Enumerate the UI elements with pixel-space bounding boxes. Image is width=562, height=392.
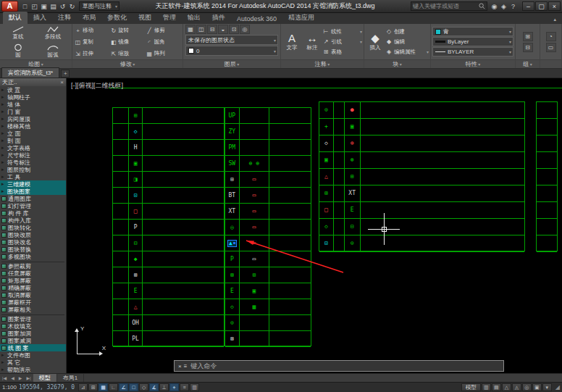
dynamic-ucs-toggle[interactable]: ⊥ [159,383,169,391]
palette-item[interactable]: 图块转化 [0,224,66,231]
layout-nav-icon[interactable]: |◀ [0,375,9,380]
block-symbol[interactable]: ▭ [252,257,256,262]
workspace-switching-icon[interactable]: ◎ [522,383,532,391]
quick-view-drawings-icon[interactable]: ▤ [492,383,501,391]
layer-tool-icon[interactable]: ◫ [196,25,206,34]
modify-tool[interactable]: ◧镜像 [110,36,144,48]
panel-label-annotation[interactable]: 注释 [281,59,364,68]
block-symbol[interactable]: ◨ [134,177,138,183]
tool-line[interactable]: 直线 [1,24,35,42]
qnew-icon[interactable]: □ [20,3,30,10]
ribbon-tab[interactable]: 参数化 [101,12,133,24]
panel-label-layers[interactable]: 图层 [183,59,280,68]
workspace-dropdown[interactable]: 草图与注释 [79,1,119,11]
palette-item[interactable]: 精确屏蔽 [0,284,66,291]
block-symbol[interactable]: ◇ [324,141,328,146]
palette-item[interactable]: 图案管理 [0,315,66,322]
palette-item[interactable]: 构 件 库 [0,209,66,217]
block-symbol[interactable]: □ [134,209,138,214]
block-symbol[interactable]: PM [229,145,236,151]
layout-nav-icon[interactable]: ◀ [9,375,17,380]
block-symbol[interactable]: ◇ [230,304,234,310]
palette-item[interactable]: ▸轴网柱子 [0,93,66,101]
palette-item[interactable]: 通用图库 [0,195,66,202]
palette-item[interactable]: ▸文字表格 [0,144,66,151]
palette-item[interactable]: ▸尺寸标注 [0,151,66,159]
tz-scale-control[interactable]: 1:100 [2,384,17,391]
object-snap-toggle[interactable]: □ [129,383,138,391]
ribbon-small-tool[interactable]: ↗引线 [322,37,363,46]
ribbon-small-tool[interactable]: ⊞表格 [322,47,363,57]
palette-item[interactable]: 取消屏蔽 [0,291,66,299]
coordinates-readout[interactable]: 195594, 32679, 0 [19,384,75,391]
block-symbol[interactable]: UP [229,113,236,119]
block-symbol[interactable]: P [230,257,234,262]
annotation-scale-icon[interactable]: △ [502,383,511,391]
block-symbol[interactable]: ◇ [134,129,138,135]
palette-item[interactable]: 图块替换 [0,246,66,253]
block-symbol[interactable]: △ [324,174,328,180]
block-symbol[interactable]: ● [351,107,354,113]
ribbon-small-tool[interactable]: ⊢线性 [322,27,363,36]
block-symbol[interactable]: P [134,225,138,230]
palette-item[interactable]: 任意屏蔽 [0,270,66,277]
ribbon-small-tool[interactable]: ◆编辑 [385,37,429,46]
annotation-tool[interactable]: A文字 [282,25,302,59]
panel-label-group[interactable]: 组 [516,59,540,68]
viewport-controls[interactable]: [-][俯视][二维线框] [71,81,123,91]
dynamic-input-toggle[interactable]: ⌖ [169,383,179,391]
palette-item[interactable]: ▸剖 面 [0,137,66,144]
measure-icon[interactable]: ◔ [546,32,556,41]
block-symbol[interactable]: ⊞ [252,272,256,278]
ribbon-tab[interactable]: 精选应用 [282,12,320,24]
palette-item[interactable]: 多视图块 [0,253,66,260]
modify-tool[interactable]: ⇱缩放 [110,48,144,59]
block-symbol[interactable]: ⊕ [351,141,354,146]
block-symbol[interactable]: BT [229,193,236,199]
palette-item[interactable]: 矩形屏蔽 [0,277,66,284]
insert-block-button[interactable]: ◆ 插入 [365,25,385,59]
lineweight-display-toggle[interactable]: ≡ [180,383,189,391]
drawing-canvas[interactable]: [-][俯视][二维线框] Y X ×≡ 键入命令 ⊞◇H▣◨⊡□P⊟◆⊠E△O… [67,78,562,373]
block-symbol[interactable]: ▣ [252,288,256,294]
tool-polyline[interactable]: 多段线 [35,24,70,42]
block-symbol[interactable]: ZY [229,129,236,135]
layer-tool-icon[interactable]: ◒ [218,25,228,34]
close-button[interactable]: × [548,1,561,11]
palette-item[interactable]: 图块改名 [0,238,66,246]
layout-nav-icon[interactable]: ▶| [24,375,33,380]
palette-item[interactable]: 幻灯管理 [0,202,66,209]
ribbon-tab[interactable]: 插入 [28,12,52,24]
close-command-icon[interactable]: × [178,363,182,370]
palette-item[interactable]: 线 图 案 [0,344,66,351]
block-symbol[interactable]: ▭ [252,241,256,246]
palette-item[interactable]: ▸墙 体 [0,101,66,108]
infer-constraints-toggle[interactable]: ⊿ [78,383,88,391]
search-input[interactable] [413,3,479,9]
modify-tool[interactable]: +移动 [75,25,109,36]
modify-tool[interactable]: ↻旋转 [110,25,144,36]
group-edit-icon[interactable]: ⊟ [523,43,533,52]
tab-model[interactable]: 模型 [33,374,57,382]
block-symbol[interactable]: ▭ [252,209,256,214]
layer-tool-icon[interactable]: ▦ [185,25,196,34]
layer-tool-icon[interactable]: ◎ [240,25,250,34]
object-snap-tracking-toggle[interactable]: ∡ [149,383,159,391]
ribbon-tab[interactable]: 布局 [77,12,101,24]
block-symbol[interactable]: ⊞ [351,174,354,180]
ribbon-small-tool[interactable]: ◈编辑属性 [385,47,429,57]
modify-tool[interactable]: ▦阵列 [146,48,180,59]
paste-icon[interactable]: ▭ [546,43,556,52]
application-menu-button[interactable]: A [1,1,18,12]
panel-label-properties[interactable]: 特性 [431,59,515,68]
block-symbol[interactable]: ⊞ [230,177,234,183]
block-symbol[interactable]: ⊟ [134,241,138,246]
palette-item[interactable]: 屏蔽相关 [0,306,66,313]
block-symbol[interactable]: ⊞ [324,191,328,196]
exchange-apps-icon[interactable]: ◈ [499,3,508,10]
palette-item[interactable]: ▸设 置 [0,86,66,93]
model-paper-toggle-button[interactable]: 模型 [461,383,481,391]
annotation-visibility-icon[interactable]: ◬ [512,383,521,391]
palette-item[interactable]: ▸楼梯其他 [0,122,66,130]
undo-icon[interactable]: ↺ [58,3,67,10]
